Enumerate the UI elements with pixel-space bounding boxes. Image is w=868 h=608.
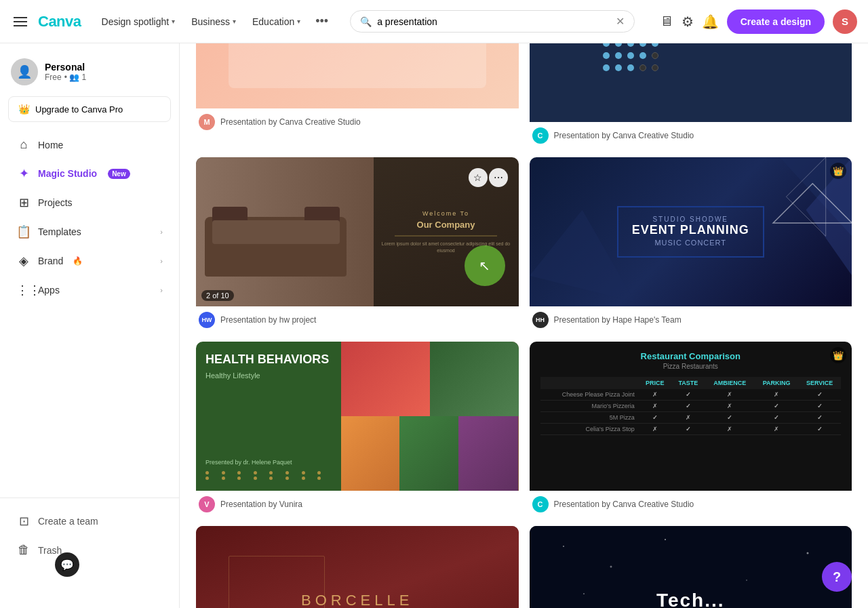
sidebar: 👤 Personal Free • 👥 1 👑 Upgrade to Canva… bbox=[0, 43, 180, 608]
nav-links: Design spotlight ▾ Business ▾ Education … bbox=[95, 10, 334, 33]
crown-badge: 👑 bbox=[830, 163, 846, 179]
author-text: Presentation by hw project bbox=[220, 315, 316, 325]
search-input[interactable] bbox=[377, 16, 610, 27]
chevron-down-icon: ▾ bbox=[297, 18, 300, 25]
card-meta: C Presentation by Canva Creative Studio bbox=[530, 122, 852, 146]
more-icon: ⋯ bbox=[494, 172, 503, 183]
chat-bubble[interactable]: 💬 bbox=[55, 552, 79, 577]
sidebar-user-name: Personal bbox=[45, 62, 86, 73]
chevron-down-icon: ▾ bbox=[233, 18, 236, 25]
author-text: Presentation by Hape Hape's Team bbox=[554, 315, 682, 325]
crown-icon: 👑 bbox=[833, 350, 844, 361]
settings-icon[interactable]: ⚙ bbox=[682, 14, 694, 30]
main-layout: 👤 Personal Free • 👥 1 👑 Upgrade to Canva… bbox=[0, 43, 868, 608]
topnav: Canva Design spotlight ▾ Business ▾ Educ… bbox=[0, 0, 868, 43]
team-icon: ⊡ bbox=[16, 514, 31, 529]
sidebar-item-trash[interactable]: 🗑 Trash bbox=[5, 536, 174, 564]
page-indicator: 2 of 10 bbox=[201, 290, 234, 301]
main-content: M Presentation by Canva Creative Studio … bbox=[180, 43, 868, 608]
cursor-animation: ↖ bbox=[465, 245, 505, 286]
svg-point-5 bbox=[563, 546, 564, 547]
sidebar-item-templates[interactable]: 📋 Templates › bbox=[5, 218, 174, 246]
author-avatar: V bbox=[199, 496, 215, 512]
card-customer-satisfaction[interactable]: Customer Satisfaction bbox=[530, 43, 852, 146]
card-restaurant[interactable]: Restaurant Comparison Pizza Restaurants … bbox=[530, 342, 852, 515]
card-meta: HH Presentation by Hape Hape's Team bbox=[530, 306, 852, 331]
chevron-right-icon: › bbox=[160, 286, 163, 294]
create-design-button[interactable]: Create a design bbox=[727, 9, 825, 34]
crown-icon: 👑 bbox=[18, 104, 30, 115]
card-health[interactable]: HEALTH BEHAVIORS Healthy Lifestyle Prese… bbox=[196, 342, 519, 515]
nav-more-dots[interactable]: ••• bbox=[310, 10, 334, 33]
card-event-planning[interactable]: STUDIO SHODWE EVENT PLANNING MUSIC CONCE… bbox=[530, 157, 852, 331]
hamburger-menu[interactable] bbox=[11, 14, 30, 29]
sidebar-item-apps[interactable]: ⋮⋮ Apps › bbox=[5, 276, 174, 304]
nav-education[interactable]: Education ▾ bbox=[245, 12, 307, 31]
chevron-down-icon: ▾ bbox=[172, 18, 175, 25]
chevron-right-icon: › bbox=[160, 257, 163, 265]
brand-icon: ◈ bbox=[16, 254, 31, 268]
card-meta: HW Presentation by hw project bbox=[196, 306, 519, 331]
home-icon: ⌂ bbox=[16, 138, 31, 152]
sidebar-item-projects[interactable]: ⊞ Projects bbox=[5, 188, 174, 217]
templates-icon: 📋 bbox=[16, 224, 31, 239]
svg-point-7 bbox=[665, 539, 666, 540]
magic-studio-icon: ✦ bbox=[16, 166, 31, 181]
comparison-table: PRICE TASTE AMBIENCE PARKING SERVICE Che… bbox=[540, 377, 842, 435]
card-meta: V Presentation by Vunira bbox=[196, 491, 519, 515]
search-icon: 🔍 bbox=[360, 16, 372, 27]
card-image: Customer Satisfaction bbox=[530, 43, 852, 122]
table-row: Mario's Pizzeria ✗ ✓ ✗ ✓ ✓ bbox=[540, 401, 842, 412]
card-image: Restaurant Comparison Pizza Restaurants … bbox=[530, 342, 852, 491]
monitor-icon[interactable]: 🖥 bbox=[660, 14, 673, 29]
star-button[interactable]: ☆ bbox=[469, 168, 488, 187]
help-button[interactable]: ? bbox=[822, 562, 852, 592]
user-avatar[interactable]: S bbox=[833, 9, 857, 34]
sidebar-user: 👤 Personal Free • 👥 1 bbox=[0, 52, 179, 96]
table-row: Celia's Pizza Stop ✗ ✓ ✗ ✗ ✓ bbox=[540, 424, 842, 435]
more-options-button[interactable]: ⋯ bbox=[489, 168, 508, 187]
author-text: Presentation by Canva Creative Studio bbox=[554, 131, 694, 140]
svg-point-6 bbox=[610, 566, 612, 568]
author-text: Presentation by Vunira bbox=[220, 500, 302, 509]
crown-badge: 👑 bbox=[830, 347, 846, 363]
sidebar-item-create-team[interactable]: ⊡ Create a team bbox=[5, 507, 174, 535]
borcelle-title: BORCELLE bbox=[301, 592, 413, 608]
search-clear-icon[interactable]: ✕ bbox=[616, 15, 625, 28]
sidebar-item-magic-studio[interactable]: ✦ Magic Studio New bbox=[5, 159, 174, 188]
sidebar-user-plan: Free • 👥 1 bbox=[45, 73, 86, 82]
crown-icon: 👑 bbox=[833, 166, 844, 176]
card-borcelle[interactable]: BORCELLE B Presentation - Borcelle bbox=[196, 526, 519, 608]
card-image: Tech... bbox=[530, 526, 852, 608]
topnav-right: 🖥 ⚙ 🔔 Create a design S bbox=[660, 9, 857, 34]
projects-icon: ⊞ bbox=[16, 195, 31, 210]
table-row: Cheese Please Pizza Joint ✗ ✓ ✗ ✗ ✓ bbox=[540, 389, 842, 401]
sidebar-item-home[interactable]: ⌂ Home bbox=[5, 131, 174, 159]
nav-design-spotlight[interactable]: Design spotlight ▾ bbox=[95, 12, 182, 31]
author-avatar: HW bbox=[199, 312, 215, 328]
trash-icon: 🗑 bbox=[16, 543, 31, 557]
card-marissa[interactable]: M Presentation by Canva Creative Studio bbox=[196, 43, 519, 146]
canva-logo[interactable]: Canva bbox=[38, 13, 81, 31]
sidebar-bottom: ⊡ Create a team 🗑 Trash 💬 bbox=[0, 498, 179, 600]
apps-icon: ⋮⋮ bbox=[16, 283, 31, 298]
svg-point-9 bbox=[806, 552, 808, 554]
upgrade-button[interactable]: 👑 Upgrade to Canva Pro bbox=[8, 96, 171, 122]
table-row: 5M Pizza ✓ ✗ ✓ ✓ ✓ bbox=[540, 412, 842, 424]
author-text: Presentation by Canva Creative Studio bbox=[220, 117, 361, 127]
card-meta: C Presentation by Canva Creative Studio bbox=[530, 491, 852, 515]
sidebar-item-brand[interactable]: ◈ Brand 🔥 › bbox=[5, 247, 174, 275]
card-meta: M Presentation by Canva Creative Studio bbox=[196, 108, 519, 133]
author-avatar: C bbox=[532, 127, 549, 144]
svg-point-8 bbox=[746, 580, 747, 581]
author-avatar: C bbox=[532, 496, 549, 512]
card-image: HEALTH BEHAVIORS Healthy Lifestyle Prese… bbox=[196, 342, 519, 491]
nav-business[interactable]: Business ▾ bbox=[184, 12, 243, 31]
notifications-icon[interactable]: 🔔 bbox=[702, 14, 719, 30]
tech-title: Tech... bbox=[656, 590, 725, 608]
card-company[interactable]: Welcome To Our Company Lorem ipsum dolor… bbox=[196, 157, 519, 331]
card-tech[interactable]: Tech... T Presentation - Tech bbox=[530, 526, 852, 608]
sidebar-nav: ⌂ Home ✦ Magic Studio New ⊞ Projects 📋 T… bbox=[0, 127, 179, 498]
new-badge: New bbox=[108, 169, 130, 179]
card-image: BORCELLE bbox=[196, 526, 519, 608]
